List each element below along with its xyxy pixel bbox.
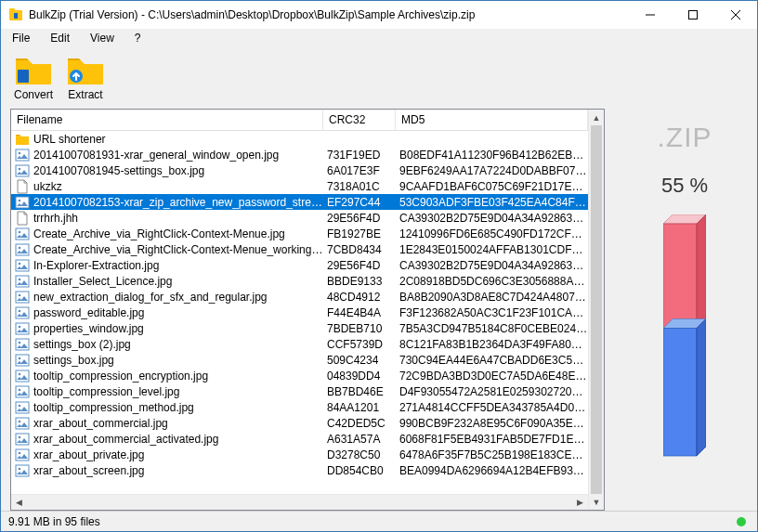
svg-point-14 <box>19 199 21 201</box>
scroll-down-button[interactable]: ▼ <box>589 494 604 510</box>
file-crc: 29E56F4D <box>323 259 396 272</box>
column-md5[interactable]: MD5 <box>396 110 588 130</box>
scroll-right-button[interactable]: ▶ <box>572 495 588 510</box>
table-row[interactable]: xrar_about_private.jpgD3278C506478A6F35F… <box>11 447 588 462</box>
svg-rect-2 <box>14 13 18 19</box>
extract-label: Extract <box>68 88 102 101</box>
compression-bar-icon <box>663 214 706 458</box>
table-row[interactable]: 20141007081945-settings_box.jpg6A017E3F9… <box>11 162 588 178</box>
minimize-button[interactable] <box>629 1 672 29</box>
svg-point-34 <box>19 372 21 375</box>
file-icon <box>15 211 30 226</box>
maximize-button[interactable] <box>672 1 714 29</box>
svg-rect-11 <box>16 165 29 176</box>
compression-percent-label: 55 % <box>661 174 708 198</box>
file-md5: 9EBF6249AA17A7224D0DABBF0755B4EE <box>396 164 588 177</box>
file-name: tooltip_compression_level.jpg <box>33 385 179 398</box>
table-row[interactable]: In-Explorer-Extraction.jpg29E56F4DCA3930… <box>11 257 588 273</box>
archive-type-label: .ZIP <box>657 122 712 153</box>
scroll-left-button[interactable]: ◀ <box>11 495 27 510</box>
svg-rect-29 <box>16 339 29 350</box>
table-row[interactable]: tooltip_compression_method.jpg84AA120127… <box>11 399 588 415</box>
file-name: trrhrh.jhh <box>33 212 78 225</box>
table-row[interactable]: settings_box.jpg509C4234730C94EA44E6A47C… <box>11 352 588 368</box>
svg-rect-1 <box>9 8 15 11</box>
image-icon <box>15 148 30 162</box>
table-row[interactable]: 20141007081931-xrar_general_window_open.… <box>11 147 588 162</box>
table-row[interactable]: Create_Archive_via_RightClick-Context-Me… <box>11 226 588 241</box>
file-md5: BEA0994DA6296694A12B4EFB93E6D4A5 <box>396 464 588 477</box>
table-row[interactable]: tooltip_compression_encryption.jpg04839D… <box>11 368 588 383</box>
table-row[interactable]: properties_window.jpg7BDEB7107B5A3CD947B… <box>11 320 588 336</box>
vscroll-thumb[interactable] <box>591 125 602 494</box>
svg-rect-13 <box>16 197 29 208</box>
table-row[interactable]: new_extraction_dialog_for_sfx_and_regula… <box>11 289 588 305</box>
svg-point-22 <box>19 278 21 280</box>
image-icon <box>15 274 30 289</box>
svg-marker-51 <box>663 329 697 457</box>
table-row[interactable]: password_editable.jpgF44E4B4AF3F123682A5… <box>11 305 588 320</box>
svg-point-24 <box>19 293 21 296</box>
file-name: xrar_about_commercial.jpg <box>33 417 168 430</box>
file-md5: 7B5A3CD947B5184C8F0CEBE024C20334 <box>396 322 588 335</box>
svg-rect-7 <box>18 70 29 83</box>
scroll-up-button[interactable]: ▲ <box>589 110 604 125</box>
svg-point-36 <box>19 388 21 391</box>
column-crc32[interactable]: CRC32 <box>323 110 396 130</box>
vertical-scrollbar[interactable]: ▲ ▼ <box>588 110 604 510</box>
svg-point-18 <box>19 246 21 249</box>
table-row[interactable]: Create_Archive_via_RightClick-Context-Me… <box>11 241 588 257</box>
svg-point-40 <box>19 420 21 422</box>
svg-rect-35 <box>16 386 29 397</box>
menu-edit[interactable]: Edit <box>46 31 73 45</box>
file-crc: 48CD4912 <box>323 291 396 304</box>
svg-marker-48 <box>663 224 697 329</box>
svg-point-16 <box>19 230 21 233</box>
file-crc: D3278C50 <box>323 448 396 461</box>
table-row[interactable]: tooltip_compression_level.jpgBB7BD46ED4F… <box>11 383 588 399</box>
svg-rect-9 <box>16 149 29 161</box>
svg-point-42 <box>19 435 21 438</box>
svg-rect-4 <box>689 11 698 19</box>
menu-file[interactable]: File <box>8 31 33 45</box>
hscroll-track[interactable] <box>27 495 572 510</box>
horizontal-scrollbar[interactable]: ◀ ▶ <box>11 494 588 510</box>
table-row[interactable]: xrar_about_commercial_activated.jpgA631A… <box>11 431 588 447</box>
table-row[interactable]: settings_box (2).jpgCCF5739D8C121FA83B1B… <box>11 336 588 352</box>
table-row[interactable]: Installer_Select_Licence.jpgBBDE91332C08… <box>11 273 588 289</box>
svg-point-32 <box>19 357 21 359</box>
image-icon <box>15 242 30 257</box>
file-name: Installer_Select_Licence.jpg <box>33 275 172 288</box>
list-header: Filename CRC32 MD5 <box>11 110 588 131</box>
file-md5: 8C121FA83B1B2364DA3F49FA80CEBEAB <box>396 338 588 351</box>
table-row[interactable]: 20141007082153-xrar_zip_archive_new_pass… <box>11 194 588 210</box>
file-name: tooltip_compression_encryption.jpg <box>33 370 208 383</box>
extract-button[interactable]: Extract <box>62 53 109 101</box>
file-md5: 72C9BDA3BD3D0EC7A5DA6E48E9C8142 <box>396 370 588 383</box>
svg-point-26 <box>19 309 21 312</box>
toolbar: Convert Extract <box>1 47 757 109</box>
convert-button[interactable]: Convert <box>10 53 57 101</box>
table-row[interactable]: xrar_about_commercial.jpgC42DED5C990BCB9… <box>11 415 588 431</box>
svg-rect-19 <box>16 260 29 271</box>
window-title: BulkZip (Trial Version) - C:\Users\admin… <box>29 8 629 21</box>
svg-rect-39 <box>16 418 29 429</box>
file-md5: 12410996FD6E685C490FD172CFB23F3E <box>396 227 588 240</box>
column-filename[interactable]: Filename <box>11 110 323 130</box>
close-button[interactable] <box>714 1 757 29</box>
file-name: 20141007081931-xrar_general_window_open.… <box>33 149 279 162</box>
file-crc: 04839DD4 <box>323 370 396 383</box>
menu-bar: File Edit View ? <box>1 29 757 47</box>
menu-help[interactable]: ? <box>131 31 145 45</box>
image-icon <box>15 321 30 336</box>
table-row[interactable]: trrhrh.jhh29E56F4DCA39302B2D75E9D04A34A9… <box>11 210 588 226</box>
table-row[interactable]: ukzkz7318A01C9CAAFD1BAF6C075C69F21D17EE2… <box>11 178 588 194</box>
file-md5: 1E2843E0150024AFFAB1301CDF2E6D494 <box>396 243 588 256</box>
table-row[interactable]: URL shortener <box>11 131 588 147</box>
svg-point-30 <box>19 341 21 344</box>
table-row[interactable]: xrar_about_screen.jpgDD854CB0BEA0994DA62… <box>11 462 588 478</box>
image-icon <box>15 195 30 210</box>
file-crc: 84AA1201 <box>323 401 396 414</box>
file-name: 20141007081945-settings_box.jpg <box>33 164 204 177</box>
menu-view[interactable]: View <box>86 31 118 45</box>
